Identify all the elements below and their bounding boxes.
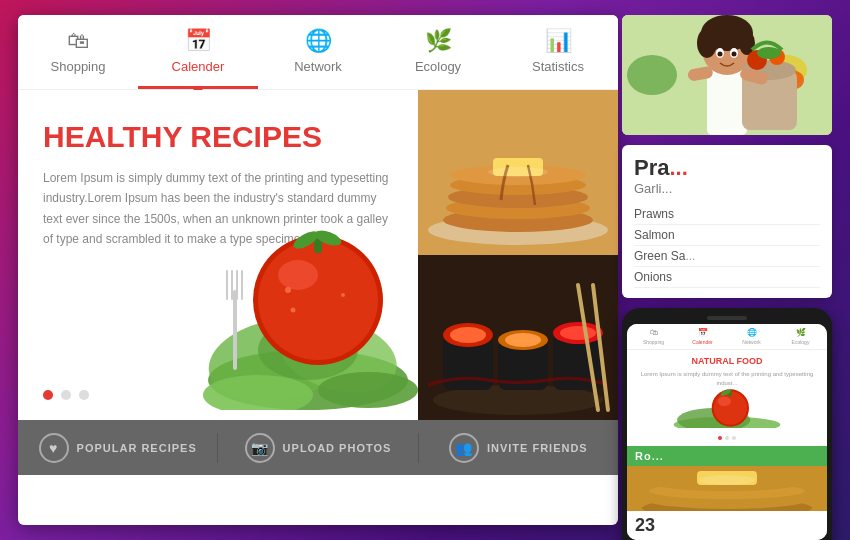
green-label: Ro...: [635, 450, 664, 462]
hero-title: HEALTHY RECIPES: [43, 120, 393, 153]
phone-dot-2[interactable]: [725, 436, 729, 440]
phone-network-icon: 🌐: [747, 328, 757, 337]
person-illustration: [622, 15, 832, 135]
phone-food-svg: [635, 388, 819, 428]
phone-hero-title: NATURAL FOOD: [635, 356, 819, 366]
nav-item-calender[interactable]: 📅 Calender: [138, 15, 258, 89]
phone-dot-3[interactable]: [732, 436, 736, 440]
nav-label-calender: Calender: [172, 59, 225, 74]
svg-point-51: [697, 28, 717, 58]
nav-label-ecology: Ecology: [415, 59, 461, 74]
heart-icon: ♥: [39, 433, 69, 463]
phone-nav-network[interactable]: 🌐 Network: [727, 328, 776, 345]
svg-point-36: [505, 333, 541, 347]
info-card: Pra... Garli... Prawns Salmon Green Sa..…: [622, 145, 832, 298]
svg-point-69: [718, 397, 731, 406]
popular-recipes-label: POPULAR RECIPES: [77, 442, 197, 454]
popular-recipes-action[interactable]: ♥ POPULAR RECIPES: [18, 433, 218, 463]
people-icon: 👥: [449, 433, 479, 463]
info-list-item-1: Prawns: [634, 204, 820, 225]
phone-nav-ecology-label: Ecology: [792, 339, 810, 345]
phone-nav-shopping[interactable]: 🛍 Shopping: [629, 328, 678, 345]
svg-point-11: [291, 308, 296, 313]
phone-screen: 🛍 Shopping 📅 Calender 🌐 Network 🌿 Ecolog…: [627, 324, 827, 540]
nav-bar: 🛍 Shopping 📅 Calender 🌐 Network 🌿 Ecolog…: [18, 15, 618, 90]
invite-friends-label: INVITE FRIENDS: [487, 442, 588, 454]
info-list-item-2: Salmon: [634, 225, 820, 246]
invite-friends-action[interactable]: 👥 INVITE FRIENDS: [419, 433, 618, 463]
svg-point-43: [627, 55, 677, 95]
svg-point-55: [718, 52, 723, 57]
sushi-svg: [418, 255, 618, 420]
upload-photos-action[interactable]: 📷 UPLOAD PHOTOS: [218, 433, 418, 463]
info-list-item-3: Green Sa...: [634, 246, 820, 267]
shopping-icon: 🛍: [67, 28, 89, 54]
food-visual-container: [198, 200, 418, 410]
food-image-sushi: [418, 255, 618, 420]
info-list-item-4: Onions: [634, 267, 820, 288]
phone-pancake-svg: [627, 466, 827, 511]
pancake-svg: [418, 90, 618, 255]
phone-nav-ecology[interactable]: 🌿 Ecology: [776, 328, 825, 345]
svg-rect-16: [236, 270, 238, 300]
phone-shopping-icon: 🛍: [650, 328, 658, 337]
phone-nav-calender-label: Calender: [692, 339, 712, 345]
svg-point-10: [285, 287, 291, 293]
upload-photos-label: UPLOAD PHOTOS: [283, 442, 392, 454]
numbers-block: 23: [627, 511, 827, 540]
hero-right: [418, 90, 618, 420]
svg-point-5: [258, 240, 378, 360]
nav-item-statistics[interactable]: 📊 Statistics: [498, 15, 618, 89]
dot-3[interactable]: [79, 390, 89, 400]
person-bg: [622, 15, 832, 135]
svg-point-56: [732, 52, 737, 57]
svg-point-12: [341, 293, 345, 297]
svg-point-78: [699, 475, 755, 485]
food-illustration: [198, 200, 418, 410]
phone-hero-text: Lorem Ipsum is simply dummy text of the …: [635, 370, 819, 388]
nav-item-shopping[interactable]: 🛍 Shopping: [18, 15, 138, 89]
svg-rect-13: [233, 290, 237, 370]
svg-rect-15: [231, 270, 233, 300]
phone-nav-calender[interactable]: 📅 Calender: [678, 328, 727, 345]
svg-rect-14: [226, 270, 228, 300]
nav-item-ecology[interactable]: 🌿 Ecology: [378, 15, 498, 89]
nav-item-network[interactable]: 🌐 Network: [258, 15, 378, 89]
phone-ecology-icon: 🌿: [796, 328, 806, 337]
food-image-pancake: [418, 90, 618, 255]
svg-point-28: [488, 167, 548, 177]
svg-point-19: [318, 372, 418, 408]
number-display: 23: [635, 515, 655, 535]
phone-calender-icon: 📅: [698, 328, 708, 337]
svg-point-39: [560, 326, 596, 340]
info-title: Pra...: [634, 155, 820, 181]
phone-nav-network-label: Network: [742, 339, 760, 345]
green-block: Ro...: [627, 446, 827, 466]
svg-rect-17: [241, 270, 243, 300]
phone-mockup: 🛍 Shopping 📅 Calender 🌐 Network 🌿 Ecolog…: [622, 308, 832, 540]
nav-label-statistics: Statistics: [532, 59, 584, 74]
ecology-icon: 🌿: [425, 28, 452, 54]
hero-section: HEALTHY RECIPES Lorem Ipsum is simply du…: [18, 90, 618, 420]
phone-nav-shopping-label: Shopping: [643, 339, 664, 345]
svg-point-61: [757, 47, 781, 59]
person-card: [622, 15, 832, 135]
phone-dot-1[interactable]: [718, 436, 722, 440]
svg-point-33: [450, 327, 486, 343]
right-panel: Pra... Garli... Prawns Salmon Green Sa..…: [622, 15, 832, 540]
svg-point-6: [278, 260, 318, 290]
calender-icon: 📅: [185, 28, 212, 54]
dot-2[interactable]: [61, 390, 71, 400]
dot-1[interactable]: [43, 390, 53, 400]
info-subtitle: Garli...: [634, 181, 820, 196]
phone-dots: [635, 436, 819, 440]
phone-nav: 🛍 Shopping 📅 Calender 🌐 Network 🌿 Ecolog…: [627, 324, 827, 350]
action-bar: ♥ POPULAR RECIPES 📷 UPLOAD PHOTOS 👥 INVI…: [18, 420, 618, 475]
camera-icon: 📷: [245, 433, 275, 463]
nav-label-network: Network: [294, 59, 342, 74]
network-icon: 🌐: [305, 28, 332, 54]
phone-hero: NATURAL FOOD Lorem Ipsum is simply dummy…: [627, 350, 827, 446]
desktop-mockup: 🛍 Shopping 📅 Calender 🌐 Network 🌿 Ecolog…: [18, 15, 618, 525]
hero-left: HEALTHY RECIPES Lorem Ipsum is simply du…: [18, 90, 418, 420]
phone-pancake-image: [627, 466, 827, 511]
